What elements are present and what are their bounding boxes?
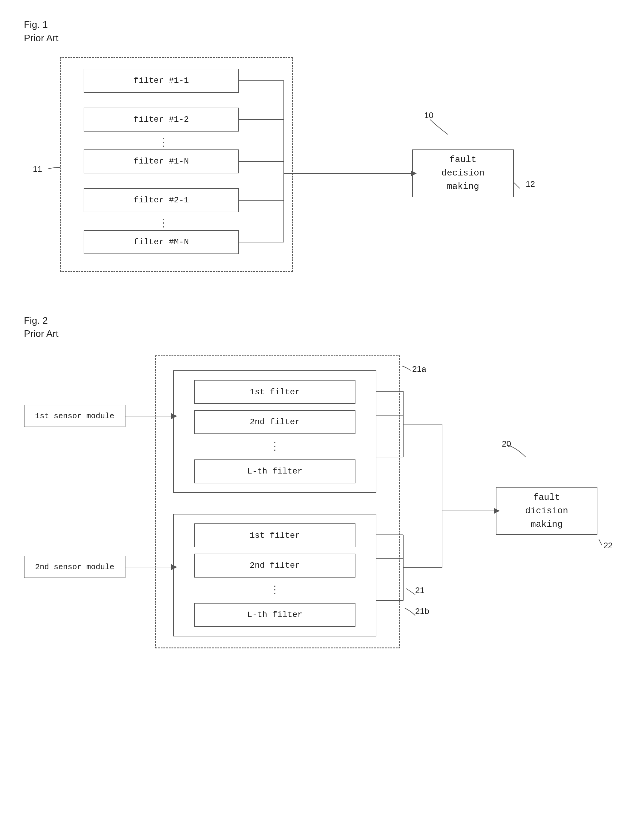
fig2-dots2: ⋮ bbox=[180, 583, 370, 597]
fig2-group1-box: 1st filter 2nd filter ⋮ L-th filter bbox=[173, 371, 376, 493]
fig1-diagram: filter #1-1 filter #1-2 ⋮ filter #1-N fi… bbox=[24, 51, 597, 284]
fig2-label: Fig. 2 Prior Art bbox=[24, 314, 597, 341]
label-11: 11 bbox=[33, 164, 42, 174]
filter-1-1: filter #1-1 bbox=[83, 69, 239, 93]
fig2-dots1: ⋮ bbox=[180, 440, 370, 453]
label2-22: 22 bbox=[603, 541, 613, 550]
label-10: 10 bbox=[424, 111, 433, 120]
label2-21: 21 bbox=[415, 586, 424, 595]
filter-M-N: filter #M-N bbox=[83, 230, 239, 254]
fig2-diagram: 1st sensor module 2nd sensor module 1st … bbox=[24, 346, 597, 660]
fig2-filter1-1: 1st filter bbox=[194, 380, 356, 404]
filter-2-1: filter #2-1 bbox=[83, 188, 239, 212]
fig2-filter2-2: 2nd filter bbox=[194, 554, 356, 577]
fig2-section: Fig. 2 Prior Art 1st sensor module 2nd s… bbox=[24, 314, 597, 661]
fig1-fault-box: fault decision making bbox=[412, 149, 514, 197]
filter-1-2: filter #1-2 bbox=[83, 108, 239, 132]
fig2-filter2-L: L-th filter bbox=[194, 603, 356, 627]
label2-20: 20 bbox=[502, 439, 511, 449]
fig2-fault-box: fault dicision making bbox=[496, 487, 597, 535]
fig2-group2-box: 1st filter 2nd filter ⋮ L-th filter bbox=[173, 514, 376, 636]
filter-1-N: filter #1-N bbox=[83, 149, 239, 173]
label2-21a: 21a bbox=[412, 365, 426, 374]
sensor1-box: 1st sensor module bbox=[24, 405, 126, 427]
label-12: 12 bbox=[526, 179, 535, 189]
dots1: ⋮ bbox=[158, 136, 169, 149]
fig2-filter1-2: 2nd filter bbox=[194, 410, 356, 434]
label2-21b: 21b bbox=[415, 606, 429, 616]
dots2: ⋮ bbox=[158, 217, 169, 230]
sensor2-box: 2nd sensor module bbox=[24, 556, 126, 578]
fig2-filter2-1: 1st filter bbox=[194, 523, 356, 547]
page: Fig. 1 Prior Art filter #1-1 filter #1-2… bbox=[0, 0, 621, 840]
fig1-label: Fig. 1 Prior Art bbox=[24, 18, 597, 45]
fig2-filter1-L: L-th filter bbox=[194, 459, 356, 483]
